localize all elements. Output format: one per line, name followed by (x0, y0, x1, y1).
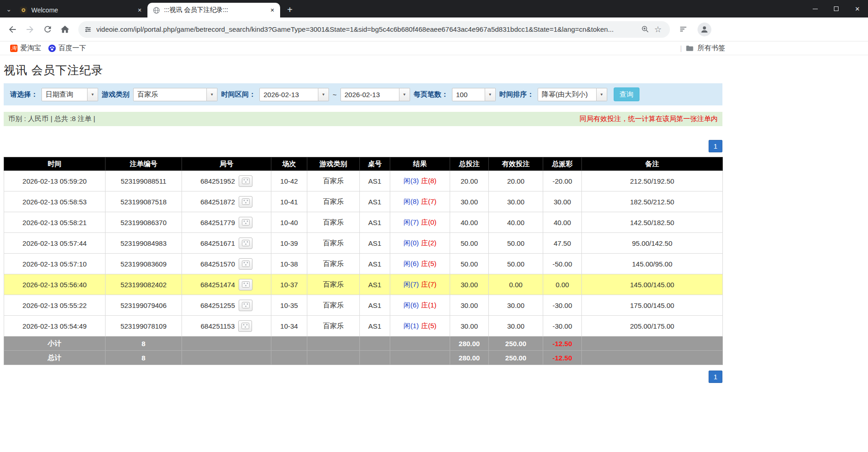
zoom-icon[interactable] (639, 23, 651, 36)
cell-result: 闲(1)庄(5) (390, 316, 450, 336)
chevron-down-icon: ▼ (403, 93, 406, 97)
new-tab-button[interactable]: + (283, 3, 297, 17)
cell-table-no: AS1 (360, 191, 390, 212)
column-header: 有效投注 (489, 157, 543, 171)
per-page-input[interactable] (452, 88, 485, 101)
cell-result: 闲(7)庄(7) (390, 274, 450, 295)
cell-round-id: 684251671 (182, 233, 271, 254)
video-record-button[interactable] (239, 279, 252, 290)
welcome-tab-favicon (19, 6, 28, 14)
video-record-button[interactable] (239, 196, 252, 208)
date-from-input[interactable] (259, 88, 318, 101)
round-id: 684251671 (200, 239, 235, 247)
result-player: 闲(6) (404, 301, 419, 309)
search-button[interactable]: 查询 (614, 87, 639, 101)
video-record-button[interactable] (239, 258, 252, 270)
cell-session: 10-37 (271, 274, 307, 295)
query-type-dropdown-button[interactable]: ▼ (88, 88, 98, 101)
profile-avatar[interactable] (698, 23, 711, 36)
cell-game-type: 百家乐 (307, 254, 360, 274)
cell-game-type (307, 351, 360, 365)
filter-bar: 请选择： ▼ 游戏类别 ▼ 时间区间： ▼ ~ ▼ 每页笔数： ▼ 时间排序： … (4, 83, 722, 105)
tab-close-icon[interactable]: ✕ (268, 6, 276, 14)
round-id: 684251952 (200, 177, 235, 185)
cell-round-id: 684251872 (182, 191, 271, 212)
date-to-input[interactable] (340, 88, 399, 101)
cell-bet-id: 523199083609 (106, 254, 182, 274)
cell-valid-bet: 30.00 (489, 191, 543, 212)
pagination-top: 1 (4, 140, 722, 152)
bookmark-aitaobao[interactable]: 淘 爱淘宝 (6, 43, 45, 54)
cell-game-type: 百家乐 (307, 171, 360, 191)
page-number-button[interactable]: 1 (709, 140, 722, 152)
cell-time: 2026-02-13 05:57:10 (4, 254, 106, 274)
video-record-button[interactable] (238, 320, 252, 332)
game-type-dropdown-button[interactable]: ▼ (207, 88, 217, 101)
all-bookmarks[interactable]: | 所有书签 (680, 44, 725, 52)
table-row: 2026-02-13 05:57:10523199083609684251570… (4, 254, 723, 274)
cell-time: 2026-02-13 05:58:53 (4, 191, 106, 212)
cell-result (390, 351, 450, 365)
cell-note: 95.00/142.50 (582, 233, 723, 254)
page-content: 视讯 会员下注纪录 请选择： ▼ 游戏类别 ▼ 时间区间： ▼ ~ ▼ 每页笔数… (0, 55, 868, 383)
per-page-dropdown-button[interactable]: ▼ (485, 88, 496, 101)
minimize-icon (813, 9, 818, 9)
close-button[interactable]: ✕ (847, 0, 868, 17)
cell-total-bet: 40.00 (450, 212, 489, 233)
cell-round-id (182, 336, 271, 351)
cell-time: 2026-02-13 05:56:40 (4, 274, 106, 295)
person-icon (700, 25, 709, 34)
home-button[interactable] (57, 22, 73, 37)
cell-session: 10-41 (271, 191, 307, 212)
page-title: 视讯 会员下注纪录 (4, 63, 868, 78)
back-button[interactable] (5, 22, 20, 37)
extension-icon[interactable] (675, 22, 691, 37)
tab-search-chevron-icon[interactable]: ⌄ (3, 2, 15, 16)
query-type-input[interactable] (41, 88, 88, 101)
cell-count: 8 (106, 336, 182, 351)
date-to-dropdown-button[interactable]: ▼ (399, 88, 410, 101)
page-number-button[interactable]: 1 (709, 371, 722, 383)
url-text[interactable]: videoie.com/ipl/portal.php/game/betrecor… (96, 25, 639, 33)
forward-button[interactable] (22, 22, 38, 37)
cell-total-bet: 30.00 (450, 295, 489, 316)
cell-payout: -50.00 (543, 254, 582, 274)
maximize-button[interactable] (826, 0, 847, 17)
table-row: 2026-02-13 05:54:49523199078109684251153… (4, 316, 723, 336)
cell-session: 10-35 (271, 295, 307, 316)
cell-note (582, 351, 723, 365)
video-record-button[interactable] (239, 217, 252, 228)
sort-select: ▼ (538, 88, 607, 101)
cell-time: 2026-02-13 05:55:22 (4, 295, 106, 316)
column-header: 结果 (390, 157, 450, 171)
minimize-button[interactable] (804, 0, 826, 17)
address-bar[interactable]: videoie.com/ipl/portal.php/game/betrecor… (78, 21, 670, 38)
cell-total-bet: 20.00 (450, 171, 489, 191)
game-type-input[interactable] (133, 88, 207, 101)
summary-row: 小计8280.00250.00-12.50 (4, 336, 723, 351)
video-record-button[interactable] (239, 175, 252, 187)
site-settings-icon[interactable] (84, 25, 92, 34)
reload-button[interactable] (40, 22, 55, 37)
date-from-dropdown-button[interactable]: ▼ (318, 88, 329, 101)
reload-icon (43, 24, 53, 34)
sort-dropdown-button[interactable]: ▼ (597, 88, 607, 101)
tab-close-icon[interactable]: ✕ (135, 6, 144, 14)
cell-game-type: 百家乐 (307, 274, 360, 295)
cell-total-bet: 280.00 (450, 351, 489, 365)
result-player: 闲(7) (404, 218, 419, 226)
result-banker: 庄(7) (421, 197, 436, 205)
video-record-button[interactable] (239, 300, 252, 311)
cell-note (582, 336, 723, 351)
tab-welcome[interactable]: Welcome ✕ (15, 3, 147, 17)
bookmark-star-icon[interactable]: ☆ (651, 23, 664, 36)
tab-bet-record[interactable]: :::视讯 会员下注纪录::: ✕ (147, 3, 280, 17)
sort-input[interactable] (538, 88, 597, 101)
round-id: 684251153 (201, 322, 235, 330)
query-type-select: ▼ (41, 88, 98, 101)
cell-result: 闲(6)庄(1) (390, 295, 450, 316)
cell-round-id: 684251153 (182, 316, 271, 336)
video-record-button[interactable] (239, 238, 252, 249)
baidu-icon (48, 45, 56, 52)
bookmark-baidu[interactable]: 百度一下 (45, 43, 90, 54)
